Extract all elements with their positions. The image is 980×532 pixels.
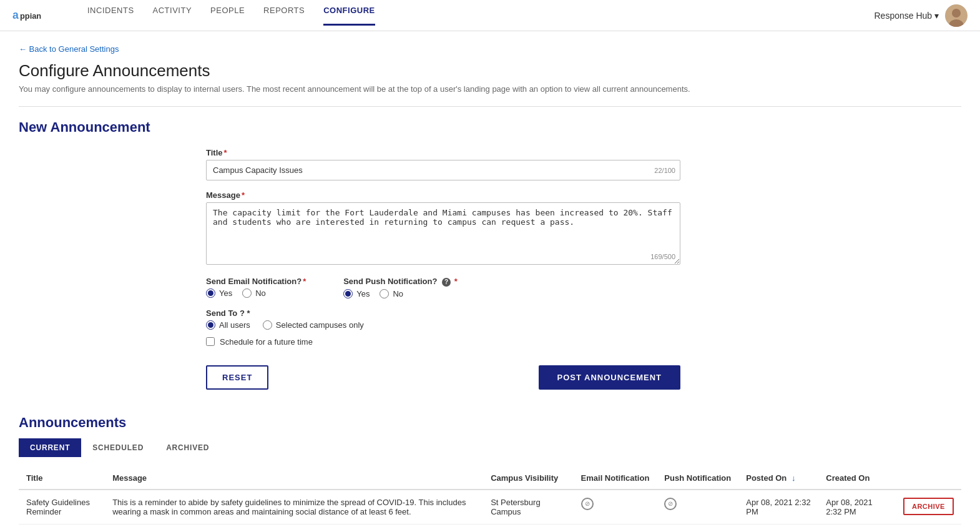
announcement-form: Title* 22/100 Message* The capacity limi…: [206, 148, 680, 390]
email-no-label: No: [255, 288, 266, 298]
push-no-label: No: [393, 289, 403, 298]
message-textarea-wrapper: The capacity limit for the Fort Lauderda…: [206, 202, 680, 267]
col-created: Created On: [818, 467, 896, 490]
tab-current[interactable]: CURRENT: [19, 438, 81, 457]
col-action: [896, 467, 961, 490]
nav-people[interactable]: PEOPLE: [210, 6, 245, 26]
title-input[interactable]: [206, 160, 680, 180]
nav-incidents[interactable]: INCIDENTS: [87, 6, 134, 26]
row-email-notif: ⊘: [574, 490, 657, 525]
message-label: Message*: [206, 190, 680, 200]
row-message: This is a reminder to abide by safety gu…: [105, 490, 483, 525]
push-yes-option[interactable]: Yes: [343, 289, 370, 298]
svg-text:ppian: ppian: [20, 11, 41, 21]
push-yes-label: Yes: [356, 289, 370, 298]
header-right: Response Hub ▾: [874, 4, 968, 27]
send-to-group: All users Selected campuses only: [206, 320, 680, 330]
row-posted-on: Apr 08, 2021 2:32 PM: [738, 490, 818, 525]
selected-campuses-label: Selected campuses only: [276, 320, 364, 330]
title-char-count: 22/100: [654, 167, 675, 174]
table-header: Title Message Campus Visibility Email No…: [19, 467, 961, 490]
email-yes-label: Yes: [219, 288, 232, 298]
send-to-label: Send To ? *: [206, 308, 680, 318]
svg-point-3: [952, 9, 961, 17]
tab-scheduled[interactable]: SCHEDULED: [81, 438, 155, 457]
new-announcement-section: New Announcement Title* 22/100 Message* …: [19, 119, 961, 390]
col-posted: Posted On ↓: [738, 467, 818, 490]
selected-campuses-radio[interactable]: [263, 320, 272, 330]
row-push-notif: ⊘: [657, 490, 738, 525]
send-to-help-icon[interactable]: ?: [240, 308, 245, 318]
page-title: Configure Announcements: [19, 61, 961, 81]
row-title: Safety Guidelines Reminder: [19, 490, 105, 525]
row-action: ARCHIVE: [896, 490, 961, 525]
appian-logo: a ppian: [12, 5, 62, 26]
push-notification-label: Send Push Notification? ? *: [343, 277, 458, 287]
avatar[interactable]: [945, 4, 968, 27]
push-notification-group: Yes No: [343, 289, 458, 298]
hub-name[interactable]: Response Hub ▾: [874, 11, 939, 21]
message-textarea[interactable]: The capacity limit for the Fort Lauderda…: [206, 202, 680, 265]
announcements-table: Title Message Campus Visibility Email No…: [19, 467, 961, 525]
email-yes-option[interactable]: Yes: [206, 288, 232, 298]
row-campus: St Petersburg Campus: [483, 490, 573, 525]
push-no-radio[interactable]: [380, 289, 389, 298]
title-input-wrapper: 22/100: [206, 160, 680, 180]
svg-text:a: a: [12, 9, 19, 21]
table-body: Safety Guidelines Reminder This is a rem…: [19, 490, 961, 525]
email-no-option[interactable]: No: [242, 288, 266, 298]
schedule-checkbox[interactable]: [206, 337, 215, 346]
nav-configure[interactable]: CONFIGURE: [323, 6, 375, 26]
main-nav: INCIDENTS ACTIVITY PEOPLE REPORTS CONFIG…: [87, 6, 874, 26]
announcements-section: Announcements CURRENT SCHEDULED ARCHIVED…: [19, 415, 961, 525]
push-no-option[interactable]: No: [380, 289, 403, 298]
archive-button[interactable]: ARCHIVE: [903, 498, 954, 515]
col-campus: Campus Visibility: [483, 467, 573, 490]
page-subtitle: You may configure announcements to displ…: [19, 84, 961, 94]
email-notification-label: Send Email Notification?*: [206, 277, 306, 286]
message-char-count: 169/500: [650, 253, 675, 260]
table-row: Safety Guidelines Reminder This is a rem…: [19, 490, 961, 525]
posted-sort-icon[interactable]: ↓: [791, 473, 796, 483]
email-no-radio[interactable]: [242, 288, 252, 298]
email-notification-group: Yes No: [206, 288, 306, 298]
back-link[interactable]: ← Back to General Settings: [19, 44, 119, 54]
push-notif-icon: ⊘: [664, 498, 677, 510]
main-content: ← Back to General Settings Configure Ann…: [0, 31, 980, 532]
all-users-option[interactable]: All users: [206, 320, 250, 330]
schedule-row: Schedule for a future time: [206, 337, 680, 347]
row-created-on: Apr 08, 2021 2:32 PM: [818, 490, 896, 525]
divider: [19, 106, 961, 107]
push-help-icon[interactable]: ?: [442, 278, 451, 287]
col-push: Push Notification: [657, 467, 738, 490]
button-row: RESET POST ANNOUNCEMENT: [206, 365, 680, 390]
announcements-tabs: CURRENT SCHEDULED ARCHIVED: [19, 438, 961, 457]
selected-campuses-option[interactable]: Selected campuses only: [263, 320, 364, 330]
push-yes-radio[interactable]: [343, 289, 353, 298]
announcements-table-wrapper: Title Message Campus Visibility Email No…: [19, 467, 961, 525]
email-notif-icon: ⊘: [581, 498, 594, 510]
push-notification-col: Send Push Notification? ? * Yes No: [343, 277, 458, 298]
header: a ppian INCIDENTS ACTIVITY PEOPLE REPORT…: [0, 0, 980, 31]
col-email: Email Notification: [574, 467, 657, 490]
reset-button[interactable]: RESET: [206, 365, 268, 390]
nav-reports[interactable]: REPORTS: [263, 6, 305, 26]
col-message: Message: [105, 467, 483, 490]
tab-archived[interactable]: ARCHIVED: [155, 438, 220, 457]
schedule-label: Schedule for a future time: [220, 337, 313, 347]
all-users-radio[interactable]: [206, 320, 215, 330]
email-notification-col: Send Email Notification?* Yes No: [206, 277, 306, 298]
col-title: Title: [19, 467, 105, 490]
post-button[interactable]: POST ANNOUNCEMENT: [539, 365, 680, 390]
title-field: Title* 22/100: [206, 148, 680, 180]
all-users-label: All users: [219, 320, 250, 330]
nav-activity[interactable]: ACTIVITY: [153, 6, 192, 26]
announcements-title: Announcements: [19, 415, 961, 431]
send-to-row: Send To ? * All users Selected campuses …: [206, 308, 680, 330]
title-label: Title*: [206, 148, 680, 157]
message-field: Message* The capacity limit for the Fort…: [206, 190, 680, 267]
new-announcement-title: New Announcement: [19, 119, 961, 135]
email-yes-radio[interactable]: [206, 288, 215, 298]
notification-row: Send Email Notification?* Yes No: [206, 277, 680, 298]
